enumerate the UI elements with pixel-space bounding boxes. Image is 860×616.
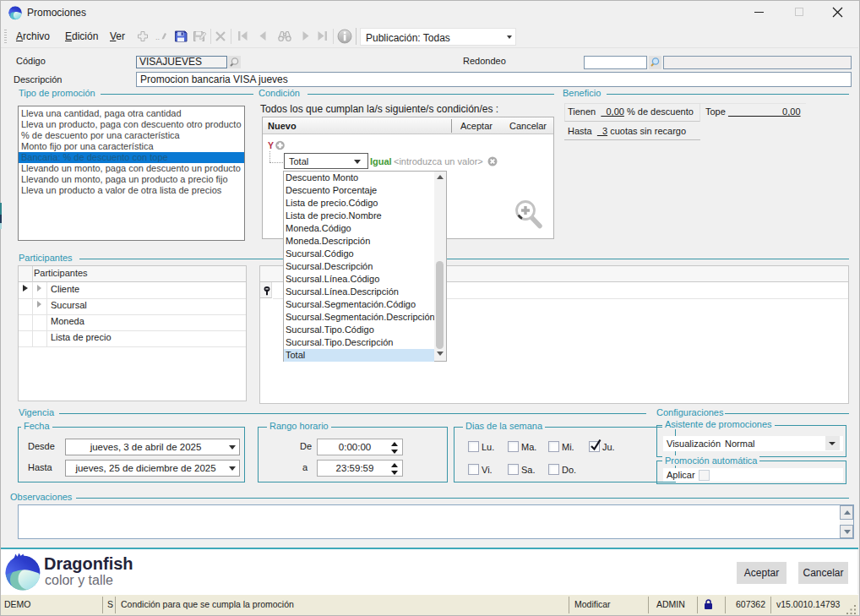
svg-text:..: .. <box>155 33 160 41</box>
